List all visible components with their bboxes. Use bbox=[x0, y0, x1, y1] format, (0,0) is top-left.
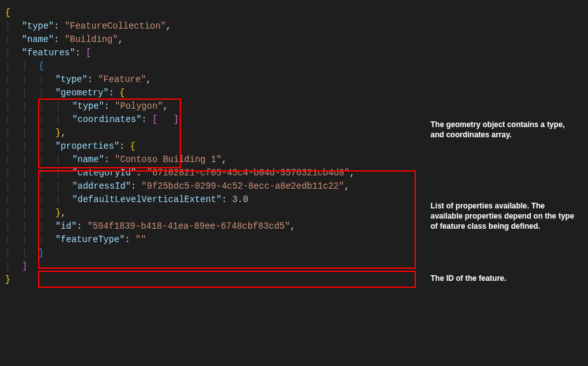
code-line: | | | "geometry": { bbox=[5, 86, 424, 100]
code-line: | "type": "FeatureCollection", bbox=[5, 20, 424, 33]
code-line: | | | | "defaultLevelVerticalExtent": 3.… bbox=[5, 193, 424, 207]
code-line: | | | | "addressId": "9f25bdc5-0299-4c52… bbox=[5, 180, 424, 193]
code-block: { | "type": "FeatureCollection", | "name… bbox=[5, 6, 424, 287]
code-line: | | | "properties": { bbox=[5, 140, 424, 153]
code-line: | | | }, bbox=[5, 207, 424, 220]
code-line: | "name": "Building", bbox=[5, 33, 424, 46]
annotation-id: The ID of the feature. bbox=[431, 273, 577, 283]
code-line: | | | "id": "594f1839-b418-41ea-89ee-674… bbox=[5, 220, 424, 233]
code-line: | "features": [ bbox=[5, 46, 424, 60]
annotation-properties: List of properties available. The availa… bbox=[431, 201, 577, 232]
code-line: | | { bbox=[5, 60, 424, 73]
code-line: | | | | "coordinates": [ ] bbox=[5, 113, 424, 126]
annotation-geometry: The geometry object contains a type, and… bbox=[431, 119, 577, 140]
code-line: | | | | "type": "Polygon", bbox=[5, 100, 424, 113]
code-line: | | | "type": "Feature", bbox=[5, 73, 424, 86]
code-line: | | | "featureType": "" bbox=[5, 233, 424, 247]
code-line: | | | | "name": "Contoso Building 1", bbox=[5, 153, 424, 166]
code-line: { bbox=[5, 6, 424, 20]
code-line: | ] bbox=[5, 260, 424, 273]
code-line: | | | }, bbox=[5, 126, 424, 140]
code-line: | | } bbox=[5, 247, 424, 260]
code-line: } bbox=[5, 273, 424, 287]
code-line: | | | | "categoryId": "67102821-cf05-45c… bbox=[5, 166, 424, 180]
